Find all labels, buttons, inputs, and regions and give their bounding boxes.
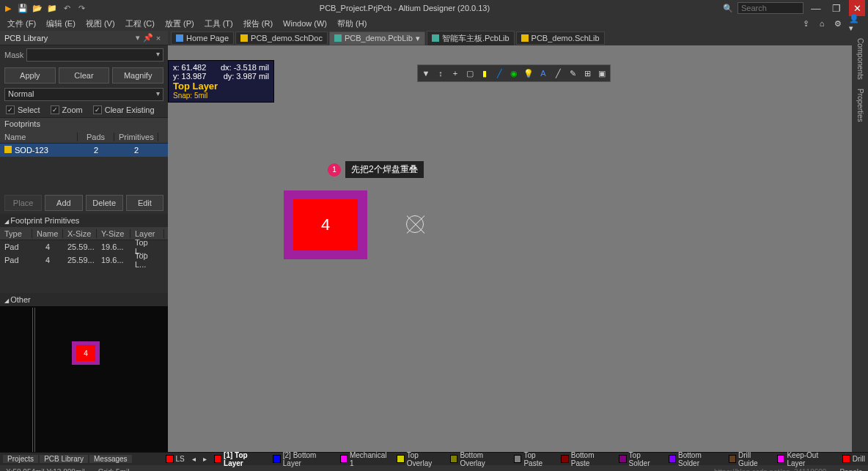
- properties-tab[interactable]: Properties: [855, 84, 866, 127]
- primitive-row[interactable]: Pad425.59...19.6...Top L...: [0, 253, 168, 267]
- menu-tools[interactable]: 工具 (T): [200, 17, 238, 31]
- footprint-row[interactable]: SOD-123 2 2: [0, 144, 168, 157]
- menu-project[interactable]: 工程 (C): [121, 17, 159, 31]
- menu-bar: 文件 (F) 编辑 (E) 视图 (V) 工程 (C) 放置 (P) 工具 (T…: [0, 16, 868, 31]
- canvas-area: Home PagePCB_demo.SchDocPCB_demo.PcbLib …: [168, 31, 852, 452]
- preview-area: 4: [0, 306, 168, 452]
- move-icon[interactable]: ↕: [434, 67, 447, 80]
- place-button[interactable]: Place: [4, 195, 42, 211]
- layer-icon[interactable]: ▣: [595, 67, 608, 80]
- other-header[interactable]: Other: [0, 293, 168, 306]
- zoom-checkbox[interactable]: ✓Zoom: [51, 105, 83, 114]
- coordinate-readout: x: 61.482dx: -3.518 mil y: 13.987dy: 3.9…: [168, 60, 274, 103]
- status-grid: Grid: 5mil: [98, 468, 130, 472]
- pcb-library-panel: PCB Library ▾ 📌 × Mask Apply Clear Magni…: [0, 31, 168, 452]
- share-icon[interactable]: ⇪: [801, 18, 811, 29]
- layer-item[interactable]: Drill: [842, 451, 865, 467]
- settings-icon[interactable]: ⚙: [833, 18, 843, 29]
- layer-item[interactable]: Top Overlay: [397, 451, 443, 467]
- align-icon[interactable]: ▮: [478, 67, 491, 80]
- save-icon[interactable]: 💾: [18, 3, 28, 13]
- preview-pad: 4: [72, 341, 100, 365]
- title-bar: ▶ 💾 📂 📁 ↶ ↷ PCB_Project.PrjPcb - Altium …: [0, 0, 868, 16]
- layer-item[interactable]: Bottom Solder: [669, 451, 721, 467]
- apply-button[interactable]: Apply: [4, 67, 56, 84]
- filter-icon[interactable]: ▼: [419, 67, 433, 80]
- layer-item[interactable]: Bottom Overlay: [450, 451, 507, 467]
- delete-button[interactable]: Delete: [86, 195, 123, 211]
- menu-reports[interactable]: 报告 (R): [239, 17, 277, 31]
- user-icon[interactable]: 👤▾: [849, 18, 859, 29]
- mask-combo[interactable]: [26, 48, 163, 62]
- doc-icon: [176, 34, 183, 42]
- layer-item[interactable]: [2] Bottom Layer: [273, 451, 332, 467]
- bottom-tab-messages[interactable]: Messages: [89, 455, 132, 463]
- mode-dropdown[interactable]: Normal: [4, 88, 163, 101]
- layer-item[interactable]: Bottom Paste: [561, 451, 611, 467]
- clear-button[interactable]: Clear: [59, 67, 110, 84]
- plus-icon[interactable]: +: [449, 67, 462, 80]
- layer-item[interactable]: [1] Top Layer: [214, 451, 266, 467]
- magnify-button[interactable]: Magnify: [112, 67, 163, 84]
- layer-prev-icon[interactable]: ◂: [192, 455, 196, 463]
- panel-title: PCB Library: [4, 34, 133, 42]
- menu-view[interactable]: 视图 (V): [81, 17, 119, 31]
- menu-window[interactable]: Window (W): [279, 18, 331, 29]
- annotation: 1 先把2个焊盘重叠: [328, 161, 424, 178]
- layer-item[interactable]: Drill Guide: [729, 451, 770, 467]
- doc-icon: [432, 34, 439, 42]
- edit-icon[interactable]: ✎: [566, 67, 579, 80]
- doc-tab[interactable]: PCB_demo.SchDoc: [235, 31, 328, 45]
- line-icon[interactable]: ╱: [493, 67, 506, 80]
- search-input[interactable]: [738, 2, 803, 14]
- open2-icon[interactable]: 📁: [47, 3, 57, 13]
- clear-existing-checkbox[interactable]: ✓Clear Existing: [93, 105, 155, 114]
- add-button[interactable]: Add: [45, 195, 82, 211]
- layer-next-icon[interactable]: ▸: [203, 455, 207, 463]
- panels-button[interactable]: Panels: [839, 468, 862, 472]
- select-checkbox[interactable]: ✓Select: [6, 105, 40, 114]
- footprints-header: Footprints: [0, 117, 168, 130]
- undo-icon[interactable]: ↶: [62, 3, 72, 13]
- doc-tab[interactable]: Home Page: [171, 31, 234, 45]
- via-icon[interactable]: ◉: [507, 67, 521, 80]
- open-icon[interactable]: 📂: [32, 3, 43, 13]
- menu-help[interactable]: 帮助 (H): [333, 17, 371, 31]
- doc-tab[interactable]: 智能车主板.PcbLib: [427, 31, 515, 46]
- doc-tab[interactable]: PCB_demo.PcbLib ▾: [329, 31, 425, 45]
- rect-icon[interactable]: ▢: [463, 67, 477, 80]
- menu-place[interactable]: 放置 (P): [161, 17, 199, 31]
- grid-icon[interactable]: ⊞: [581, 67, 594, 80]
- bottom-tab-projects[interactable]: Projects: [3, 455, 38, 463]
- layer-item[interactable]: Top Paste: [514, 451, 553, 467]
- doc-tab[interactable]: PCB_demo.SchLib: [516, 31, 605, 45]
- bottom-tab-pcblib[interactable]: PCB Library: [40, 455, 88, 463]
- panel-pin-icon[interactable]: 📌: [143, 33, 153, 42]
- status-coords: X:58.054mil Y:13.808mil: [6, 468, 85, 472]
- layer-item[interactable]: Keep-Out Layer: [777, 451, 835, 467]
- maximize-button[interactable]: ❐: [828, 0, 845, 16]
- pcb-pad[interactable]: 4: [284, 190, 367, 259]
- ls-button[interactable]: LS: [176, 455, 185, 463]
- pcb-canvas[interactable]: x: 61.482dx: -3.518 mil y: 13.987dy: 3.9…: [168, 45, 852, 452]
- components-tab[interactable]: Components: [855, 34, 866, 84]
- menu-edit[interactable]: 编辑 (E): [42, 17, 80, 31]
- footprint-primitives-header[interactable]: Footprint Primitives: [0, 214, 168, 227]
- footprint-table-header: Name Pads Primitives: [0, 130, 168, 144]
- annotation-badge: 1: [328, 163, 341, 177]
- panel-close-icon[interactable]: ×: [153, 34, 163, 42]
- mask-label: Mask: [4, 51, 23, 59]
- layer-item[interactable]: Mechanical 1: [340, 451, 390, 467]
- menu-file[interactable]: 文件 (F): [3, 17, 40, 31]
- edit-button[interactable]: Edit: [126, 195, 163, 211]
- search-icon: 🔍: [723, 3, 733, 13]
- panel-menu-icon[interactable]: ▾: [133, 33, 143, 42]
- bulb-icon[interactable]: 💡: [522, 67, 535, 80]
- line2-icon[interactable]: ╱: [551, 67, 564, 80]
- minimize-button[interactable]: —: [808, 0, 824, 16]
- redo-icon[interactable]: ↷: [76, 3, 87, 13]
- active-bar: ▼ ↕ + ▢ ▮ ╱ ◉ 💡 A ╱ ✎ ⊞ ▣: [417, 64, 611, 82]
- layer-item[interactable]: Top Solder: [619, 451, 661, 467]
- text-icon[interactable]: A: [537, 67, 550, 80]
- home-icon[interactable]: ⌂: [817, 18, 827, 29]
